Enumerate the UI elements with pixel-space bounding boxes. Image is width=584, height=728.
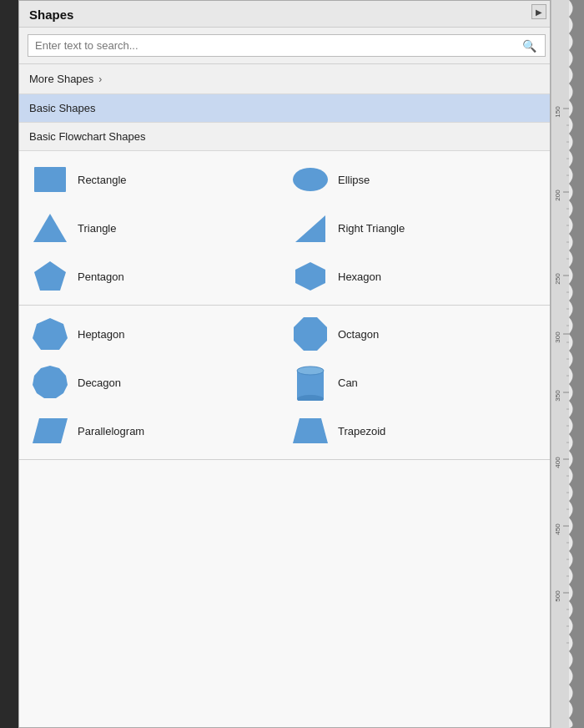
shape-item-pentagon[interactable]: Pentagon [28,258,281,295]
shape-icon-octagon [291,317,330,351]
search-container: 🔍 [19,28,550,64]
svg-marker-7 [294,317,327,351]
more-shapes-row[interactable]: More Shapes › [19,64,550,94]
svg-text:400: 400 [554,457,561,468]
svg-marker-13 [33,418,68,443]
shape-label-heptagon: Heptagon [78,328,124,341]
shape-item-octagon[interactable]: Octagon [288,316,541,352]
svg-text:200: 200 [554,190,561,201]
svg-marker-2 [33,214,67,242]
shape-label-parallelogram: Parallelogram [78,425,144,437]
svg-marker-3 [295,215,325,242]
shape-label-can: Can [338,377,358,389]
category-basic-shapes[interactable]: Basic Shapes [19,94,550,123]
right-ruler: 150 200 250 300 350 400 450 500 [551,0,569,728]
jagged-svg [569,0,584,728]
shape-item-can[interactable]: Can [288,364,541,401]
shape-icon-can [291,366,330,399]
shape-item-rectangle[interactable]: Rectangle [28,161,281,198]
shape-label-trapezoid: Trapezoid [338,425,385,437]
svg-text:300: 300 [554,331,561,343]
svg-marker-5 [295,262,325,291]
shape-icon-rectangle [31,163,69,196]
shape-icon-pentagon [31,260,69,293]
shape-label-decagon: Decagon [78,377,121,389]
shape-icon-right-triangle [291,211,330,245]
shape-item-heptagon[interactable]: Heptagon [28,316,281,352]
shape-label-ellipse: Ellipse [338,174,370,186]
svg-marker-14 [293,418,328,443]
svg-point-1 [293,168,328,191]
category-basic-flowchart[interactable]: Basic Flowchart Shapes [19,123,550,151]
shape-label-pentagon: Pentagon [78,270,124,283]
panel-title: Shapes [19,1,550,28]
arrow-right-icon: ▶ [536,8,542,17]
jagged-edge [569,0,584,728]
shapes-content-area[interactable]: Rectangle Ellipse [19,151,550,727]
shape-icon-parallelogram [31,414,69,447]
shape-group-2: Heptagon Octagon [19,306,550,460]
svg-text:450: 450 [554,523,561,535]
shape-label-hexagon: Hexagon [338,270,381,283]
svg-text:500: 500 [554,590,561,602]
ruler-svg: 150 200 250 300 350 400 450 500 [551,0,569,728]
category-basic-flowchart-label: Basic Flowchart Shapes [29,130,145,143]
search-input[interactable] [28,34,546,57]
shape-label-triangle: Triangle [78,222,116,235]
panel-collapse-button[interactable]: ▶ [531,4,546,19]
shape-item-right-triangle[interactable]: Right Triangle [288,210,541,246]
shape-icon-hexagon [291,260,330,293]
svg-marker-6 [33,318,68,350]
shape-icon-heptagon [31,317,69,351]
shape-icon-decagon [31,366,69,399]
left-sidebar-bar [0,0,18,728]
shape-icon-ellipse [291,163,330,196]
shape-item-decagon[interactable]: Decagon [28,364,281,401]
shape-label-rectangle: Rectangle [78,174,127,186]
shape-item-hexagon[interactable]: Hexagon [288,258,541,295]
shape-item-ellipse[interactable]: Ellipse [288,161,541,198]
shape-label-right-triangle: Right Triangle [338,222,405,235]
shape-grid-2: Heptagon Octagon [28,316,541,449]
shape-icon-trapezoid [291,414,330,447]
svg-text:150: 150 [554,106,561,118]
shape-item-trapezoid[interactable]: Trapezoid [288,412,541,449]
more-shapes-label: More Shapes [29,73,93,85]
shape-label-octagon: Octagon [338,328,379,341]
category-basic-shapes-label: Basic Shapes [29,102,96,114]
shape-icon-triangle [31,211,69,245]
shape-grid-1: Rectangle Ellipse [28,161,541,295]
shape-item-triangle[interactable]: Triangle [28,210,281,246]
shapes-panel: ▶ Shapes 🔍 More Shapes › Basic Shapes Ba… [18,0,551,728]
svg-text:350: 350 [554,390,561,402]
more-shapes-chevron-icon: › [98,73,102,85]
shape-group-1: Rectangle Ellipse [19,151,550,306]
svg-marker-4 [34,261,66,291]
svg-text:250: 250 [554,273,561,285]
svg-marker-8 [33,366,68,398]
shape-item-parallelogram[interactable]: Parallelogram [28,412,281,449]
svg-rect-0 [34,167,66,192]
